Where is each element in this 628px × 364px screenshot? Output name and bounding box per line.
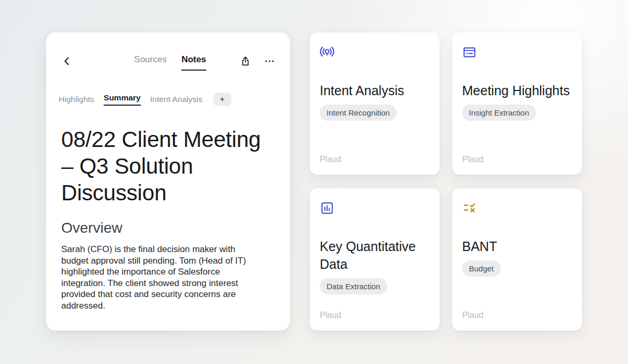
checklist-icon: [462, 201, 477, 215]
tab-sources[interactable]: Sources: [134, 54, 166, 65]
share-icon: [240, 55, 251, 67]
share-button[interactable]: [238, 53, 253, 69]
section-heading-overview: Overview: [61, 220, 274, 236]
desktop-background: Sources Notes: [0, 0, 628, 364]
tab-intent-analysis[interactable]: Intent Analysis: [150, 95, 203, 104]
card-title: Key Quantitative Data: [320, 237, 429, 273]
card-source-label: Plaud: [462, 311, 484, 320]
template-card-grid: Intent Analysis Intent Recognition Plaud…: [310, 32, 582, 331]
ellipsis-icon: [264, 55, 275, 67]
card-intent-analysis[interactable]: Intent Analysis Intent Recognition Plaud: [310, 32, 440, 175]
note-panel: Sources Notes: [46, 32, 290, 331]
card-meeting-highlights[interactable]: Meeting Highlights Insight Extraction Pl…: [452, 32, 582, 175]
card-source-label: Plaud: [320, 311, 341, 320]
card-badge: Intent Recognition: [320, 105, 397, 121]
card-title: BANT: [462, 237, 497, 255]
card-source-label: Plaud: [320, 155, 341, 164]
add-tab-button[interactable]: +: [214, 93, 231, 106]
list-window-icon: [462, 45, 477, 60]
note-body-text: Sarah (CFO) is the final decision maker …: [61, 244, 259, 311]
note-title: 08/22 Client Meeting – Q3 Solution Discu…: [61, 126, 273, 206]
chevron-left-icon: [61, 55, 73, 67]
note-tab-bar: Highlights Summary Intent Analysis +: [59, 93, 277, 106]
card-badge: Data Extraction: [320, 278, 387, 294]
back-button[interactable]: [60, 54, 74, 69]
card-badge: Budget: [462, 260, 501, 277]
more-button[interactable]: [262, 53, 277, 69]
card-source-label: Plaud: [462, 155, 484, 164]
tab-highlights[interactable]: Highlights: [59, 95, 94, 104]
card-title: Meeting Highlights: [462, 82, 570, 99]
tab-summary[interactable]: Summary: [104, 93, 141, 106]
top-tab-bar: Sources Notes: [134, 54, 206, 71]
card-badge: Insight Extraction: [462, 105, 536, 121]
header-actions: [238, 53, 277, 69]
card-bant[interactable]: BANT Budget Plaud: [452, 188, 582, 331]
bar-chart-icon: [320, 201, 334, 215]
tab-notes[interactable]: Notes: [182, 54, 206, 71]
note-panel-header: Sources Notes: [62, 54, 274, 68]
intent-radar-icon: [320, 45, 334, 60]
card-title: Intent Analysis: [320, 82, 404, 99]
card-key-quantitative-data[interactable]: Key Quantitative Data Data Extraction Pl…: [310, 188, 440, 331]
